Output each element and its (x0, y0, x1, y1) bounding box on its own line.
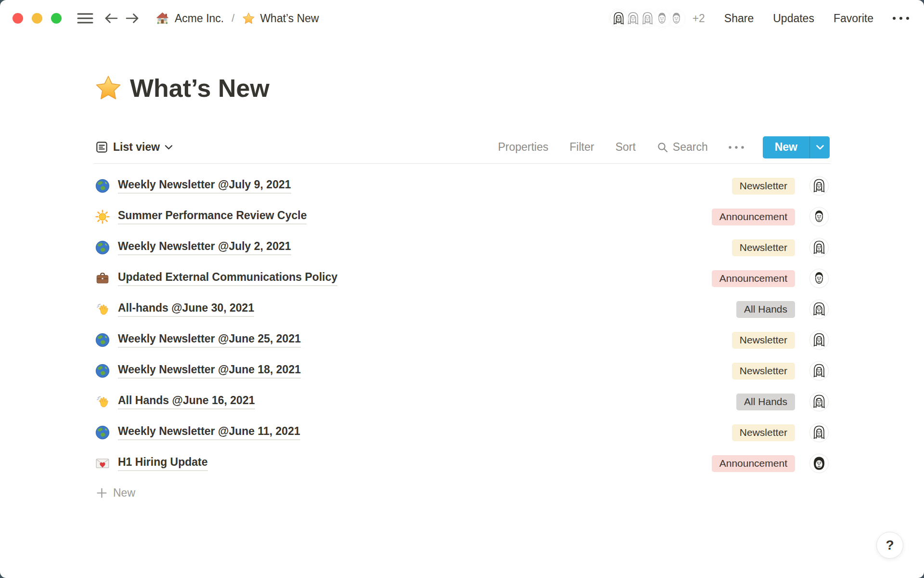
tag-badge: Newsletter (732, 424, 795, 441)
filter-button[interactable]: Filter (570, 141, 594, 154)
search-icon (657, 142, 668, 153)
breadcrumb-workspace[interactable]: Acme Inc. (155, 11, 224, 26)
avatar (809, 361, 829, 381)
search-label: Search (673, 141, 708, 154)
table-row[interactable]: Weekly Newsletter @June 18, 2021Newslett… (93, 355, 831, 386)
breadcrumb-workspace-label: Acme Inc. (175, 12, 224, 25)
avatar (809, 176, 829, 196)
tag-badge: Announcement (712, 455, 795, 472)
globe-icon (95, 364, 112, 378)
avatar-overflow-count: +2 (693, 12, 705, 25)
tag-badge: Newsletter (732, 363, 795, 380)
table-row[interactable]: All Hands @June 16, 2021All Hands (93, 386, 831, 417)
row-title[interactable]: Weekly Newsletter @July 2, 2021 (118, 240, 291, 255)
more-options-icon[interactable] (891, 15, 911, 21)
breadcrumb-page-label: What’s New (260, 12, 319, 25)
row-title[interactable]: H1 Hiring Update (118, 456, 208, 471)
forward-button[interactable] (125, 12, 140, 25)
row-title[interactable]: Weekly Newsletter @June 25, 2021 (118, 332, 301, 348)
tag-badge: All Hands (736, 394, 795, 410)
window-titlebar: Acme Inc. / What’s New +2 Share Updates … (0, 0, 924, 37)
traffic-lights (13, 13, 62, 24)
help-button[interactable]: ? (876, 532, 903, 559)
add-new-row-label: New (113, 486, 135, 499)
tag-badge: Newsletter (732, 239, 795, 256)
updates-button[interactable]: Updates (773, 12, 814, 25)
database-list: Weekly Newsletter @July 9, 2021Newslette… (93, 164, 831, 479)
avatar (809, 454, 829, 473)
avatar (809, 238, 829, 257)
avatar[interactable] (609, 9, 629, 28)
table-row[interactable]: Updated External Communications PolicyAn… (93, 263, 831, 294)
table-row[interactable]: Weekly Newsletter @July 9, 2021Newslette… (93, 171, 831, 201)
breadcrumb: Acme Inc. / What’s New (155, 11, 319, 26)
globe-icon (95, 179, 112, 193)
love-letter-icon (95, 456, 112, 471)
toolbar-more-icon[interactable] (727, 145, 745, 150)
row-title[interactable]: Weekly Newsletter @June 11, 2021 (118, 425, 300, 440)
back-button[interactable] (104, 12, 118, 25)
sun-icon (95, 210, 112, 224)
row-title[interactable]: Weekly Newsletter @July 9, 2021 (118, 178, 291, 194)
avatar (809, 269, 829, 288)
table-row[interactable]: Summer Performance Review CycleAnnouncem… (93, 201, 831, 232)
avatar (809, 330, 829, 350)
table-row[interactable]: Weekly Newsletter @June 25, 2021Newslett… (93, 325, 831, 355)
tag-badge: Announcement (712, 209, 795, 225)
search-button[interactable]: Search (657, 141, 708, 154)
row-title[interactable]: Updated External Communications Policy (118, 271, 337, 286)
globe-icon (95, 333, 112, 347)
add-new-row-button[interactable]: New (93, 479, 831, 507)
globe-icon (95, 425, 112, 440)
chevron-down-icon (165, 144, 173, 150)
table-row[interactable]: Weekly Newsletter @June 11, 2021Newslett… (93, 417, 831, 448)
zoom-window-button[interactable] (51, 13, 62, 24)
sort-button[interactable]: Sort (616, 141, 636, 154)
wave-icon (95, 394, 112, 409)
star-icon (242, 12, 255, 25)
wave-icon (95, 302, 112, 317)
row-title[interactable]: Weekly Newsletter @June 18, 2021 (118, 363, 301, 379)
tag-badge: Newsletter (732, 332, 795, 349)
briefcase-icon (95, 271, 112, 286)
page-header: What’s New (93, 72, 831, 104)
page-title[interactable]: What’s New (130, 72, 270, 104)
minimize-window-button[interactable] (32, 13, 42, 24)
breadcrumb-separator: / (231, 12, 234, 25)
tag-badge: Newsletter (732, 178, 795, 195)
avatar (809, 207, 829, 226)
tag-badge: Announcement (712, 270, 795, 287)
plus-icon (96, 487, 107, 499)
breadcrumb-page[interactable]: What’s New (242, 12, 319, 25)
avatar (809, 423, 829, 442)
table-row[interactable]: All-hands @June 30, 2021All Hands (93, 294, 831, 325)
row-title[interactable]: All Hands @June 16, 2021 (118, 394, 255, 409)
view-switcher-label: List view (113, 141, 160, 154)
page-star-icon[interactable] (94, 74, 122, 102)
share-button[interactable]: Share (724, 12, 754, 25)
avatar (809, 392, 829, 411)
new-button[interactable]: New (763, 136, 830, 158)
avatar (809, 300, 829, 319)
tag-badge: All Hands (736, 301, 795, 318)
row-title[interactable]: Summer Performance Review Cycle (118, 209, 307, 224)
favorite-button[interactable]: Favorite (834, 12, 873, 25)
globe-icon (95, 240, 112, 255)
database-toolbar: List view Properties Filter Sort Search … (93, 131, 831, 164)
table-row[interactable]: H1 Hiring UpdateAnnouncement (93, 448, 831, 479)
member-avatar-stack[interactable] (609, 9, 686, 28)
row-title[interactable]: All-hands @June 30, 2021 (118, 302, 254, 317)
table-row[interactable]: Weekly Newsletter @July 2, 2021Newslette… (93, 232, 831, 263)
view-switcher[interactable]: List view (95, 141, 173, 154)
close-window-button[interactable] (13, 13, 23, 24)
new-button-dropdown[interactable] (809, 136, 830, 158)
list-view-icon (95, 141, 108, 154)
new-button-label[interactable]: New (763, 136, 809, 158)
notion-window: Acme Inc. / What’s New +2 Share Updates … (0, 0, 924, 578)
properties-button[interactable]: Properties (498, 141, 549, 154)
sidebar-menu-icon[interactable] (77, 12, 93, 25)
house-icon (155, 11, 170, 26)
